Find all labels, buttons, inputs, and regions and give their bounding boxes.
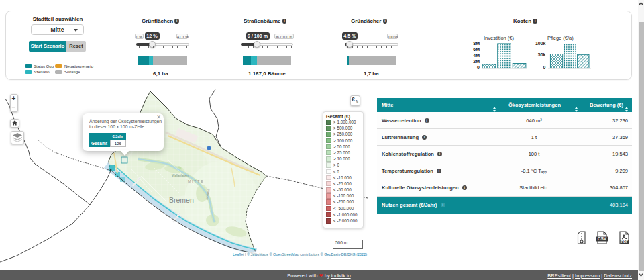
svg-text:CSV: CSV [598,236,607,241]
svg-text:6M: 6M [473,47,480,52]
svg-text:MITTE: MITTE [188,179,204,183]
svg-text:Bremen: Bremen [169,196,194,204]
svg-text:2M: 2M [473,59,480,64]
svg-text:0: 0 [477,65,480,70]
svg-text:100k: 100k [535,41,546,46]
svg-text:8M: 8M [473,41,480,46]
svg-text:50k: 50k [538,52,546,57]
svg-text:PDF: PDF [621,240,628,244]
svg-text:0: 0 [543,65,546,70]
svg-text:4M: 4M [473,53,480,58]
svg-text:Wallanlagen: Wallanlagen [172,174,189,177]
